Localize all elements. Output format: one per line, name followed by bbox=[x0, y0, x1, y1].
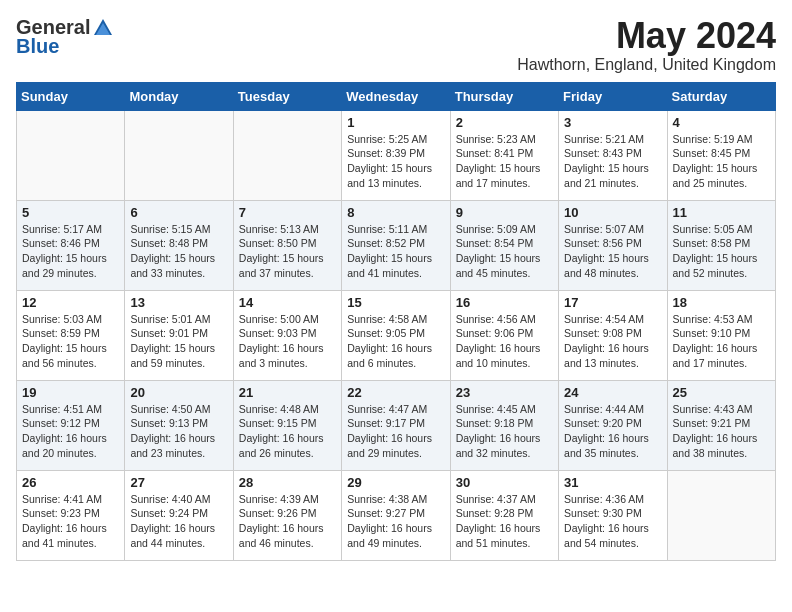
day-number: 13 bbox=[130, 295, 227, 310]
header-saturday: Saturday bbox=[667, 82, 775, 110]
calendar-cell: 15Sunrise: 4:58 AM Sunset: 9:05 PM Dayli… bbox=[342, 290, 450, 380]
calendar-cell: 12Sunrise: 5:03 AM Sunset: 8:59 PM Dayli… bbox=[17, 290, 125, 380]
day-number: 27 bbox=[130, 475, 227, 490]
day-number: 25 bbox=[673, 385, 770, 400]
day-info: Sunrise: 5:05 AM Sunset: 8:58 PM Dayligh… bbox=[673, 222, 770, 281]
calendar-cell: 18Sunrise: 4:53 AM Sunset: 9:10 PM Dayli… bbox=[667, 290, 775, 380]
calendar-cell: 27Sunrise: 4:40 AM Sunset: 9:24 PM Dayli… bbox=[125, 470, 233, 560]
logo-icon bbox=[92, 17, 114, 39]
calendar-cell: 23Sunrise: 4:45 AM Sunset: 9:18 PM Dayli… bbox=[450, 380, 558, 470]
day-number: 30 bbox=[456, 475, 553, 490]
day-number: 3 bbox=[564, 115, 661, 130]
day-number: 23 bbox=[456, 385, 553, 400]
day-number: 20 bbox=[130, 385, 227, 400]
day-info: Sunrise: 5:19 AM Sunset: 8:45 PM Dayligh… bbox=[673, 132, 770, 191]
calendar-cell: 3Sunrise: 5:21 AM Sunset: 8:43 PM Daylig… bbox=[559, 110, 667, 200]
day-info: Sunrise: 5:15 AM Sunset: 8:48 PM Dayligh… bbox=[130, 222, 227, 281]
calendar-cell: 10Sunrise: 5:07 AM Sunset: 8:56 PM Dayli… bbox=[559, 200, 667, 290]
calendar-cell: 9Sunrise: 5:09 AM Sunset: 8:54 PM Daylig… bbox=[450, 200, 558, 290]
day-info: Sunrise: 4:44 AM Sunset: 9:20 PM Dayligh… bbox=[564, 402, 661, 461]
calendar-cell: 14Sunrise: 5:00 AM Sunset: 9:03 PM Dayli… bbox=[233, 290, 341, 380]
calendar-week-row: 5Sunrise: 5:17 AM Sunset: 8:46 PM Daylig… bbox=[17, 200, 776, 290]
day-info: Sunrise: 4:43 AM Sunset: 9:21 PM Dayligh… bbox=[673, 402, 770, 461]
day-info: Sunrise: 4:54 AM Sunset: 9:08 PM Dayligh… bbox=[564, 312, 661, 371]
day-info: Sunrise: 4:40 AM Sunset: 9:24 PM Dayligh… bbox=[130, 492, 227, 551]
day-info: Sunrise: 5:23 AM Sunset: 8:41 PM Dayligh… bbox=[456, 132, 553, 191]
day-info: Sunrise: 4:45 AM Sunset: 9:18 PM Dayligh… bbox=[456, 402, 553, 461]
day-number: 21 bbox=[239, 385, 336, 400]
day-number: 4 bbox=[673, 115, 770, 130]
day-number: 19 bbox=[22, 385, 119, 400]
day-number: 17 bbox=[564, 295, 661, 310]
calendar-cell: 1Sunrise: 5:25 AM Sunset: 8:39 PM Daylig… bbox=[342, 110, 450, 200]
day-number: 31 bbox=[564, 475, 661, 490]
calendar-cell: 2Sunrise: 5:23 AM Sunset: 8:41 PM Daylig… bbox=[450, 110, 558, 200]
day-info: Sunrise: 4:37 AM Sunset: 9:28 PM Dayligh… bbox=[456, 492, 553, 551]
calendar-cell: 30Sunrise: 4:37 AM Sunset: 9:28 PM Dayli… bbox=[450, 470, 558, 560]
day-info: Sunrise: 4:51 AM Sunset: 9:12 PM Dayligh… bbox=[22, 402, 119, 461]
day-number: 18 bbox=[673, 295, 770, 310]
calendar-cell bbox=[125, 110, 233, 200]
day-number: 28 bbox=[239, 475, 336, 490]
header-sunday: Sunday bbox=[17, 82, 125, 110]
header-thursday: Thursday bbox=[450, 82, 558, 110]
calendar-cell: 16Sunrise: 4:56 AM Sunset: 9:06 PM Dayli… bbox=[450, 290, 558, 380]
day-number: 6 bbox=[130, 205, 227, 220]
day-number: 22 bbox=[347, 385, 444, 400]
logo: General Blue bbox=[16, 16, 114, 58]
calendar-cell: 22Sunrise: 4:47 AM Sunset: 9:17 PM Dayli… bbox=[342, 380, 450, 470]
calendar-cell: 6Sunrise: 5:15 AM Sunset: 8:48 PM Daylig… bbox=[125, 200, 233, 290]
day-info: Sunrise: 4:47 AM Sunset: 9:17 PM Dayligh… bbox=[347, 402, 444, 461]
header-friday: Friday bbox=[559, 82, 667, 110]
calendar-week-row: 19Sunrise: 4:51 AM Sunset: 9:12 PM Dayli… bbox=[17, 380, 776, 470]
day-info: Sunrise: 5:21 AM Sunset: 8:43 PM Dayligh… bbox=[564, 132, 661, 191]
calendar-cell bbox=[667, 470, 775, 560]
day-info: Sunrise: 4:50 AM Sunset: 9:13 PM Dayligh… bbox=[130, 402, 227, 461]
calendar-header-row: SundayMondayTuesdayWednesdayThursdayFrid… bbox=[17, 82, 776, 110]
day-number: 15 bbox=[347, 295, 444, 310]
calendar-cell: 5Sunrise: 5:17 AM Sunset: 8:46 PM Daylig… bbox=[17, 200, 125, 290]
day-info: Sunrise: 4:38 AM Sunset: 9:27 PM Dayligh… bbox=[347, 492, 444, 551]
day-info: Sunrise: 5:01 AM Sunset: 9:01 PM Dayligh… bbox=[130, 312, 227, 371]
header-monday: Monday bbox=[125, 82, 233, 110]
day-number: 5 bbox=[22, 205, 119, 220]
day-info: Sunrise: 5:03 AM Sunset: 8:59 PM Dayligh… bbox=[22, 312, 119, 371]
location: Hawthorn, England, United Kingdom bbox=[517, 56, 776, 74]
calendar-cell bbox=[233, 110, 341, 200]
calendar-cell: 28Sunrise: 4:39 AM Sunset: 9:26 PM Dayli… bbox=[233, 470, 341, 560]
day-number: 10 bbox=[564, 205, 661, 220]
header-tuesday: Tuesday bbox=[233, 82, 341, 110]
day-info: Sunrise: 5:11 AM Sunset: 8:52 PM Dayligh… bbox=[347, 222, 444, 281]
day-info: Sunrise: 4:58 AM Sunset: 9:05 PM Dayligh… bbox=[347, 312, 444, 371]
day-number: 11 bbox=[673, 205, 770, 220]
day-info: Sunrise: 4:39 AM Sunset: 9:26 PM Dayligh… bbox=[239, 492, 336, 551]
day-number: 1 bbox=[347, 115, 444, 130]
day-number: 26 bbox=[22, 475, 119, 490]
day-info: Sunrise: 4:56 AM Sunset: 9:06 PM Dayligh… bbox=[456, 312, 553, 371]
day-number: 2 bbox=[456, 115, 553, 130]
calendar-week-row: 26Sunrise: 4:41 AM Sunset: 9:23 PM Dayli… bbox=[17, 470, 776, 560]
page-header: General Blue May 2024 Hawthorn, England,… bbox=[16, 16, 776, 74]
day-info: Sunrise: 5:17 AM Sunset: 8:46 PM Dayligh… bbox=[22, 222, 119, 281]
day-info: Sunrise: 5:07 AM Sunset: 8:56 PM Dayligh… bbox=[564, 222, 661, 281]
month-title: May 2024 bbox=[517, 16, 776, 56]
day-number: 14 bbox=[239, 295, 336, 310]
title-block: May 2024 Hawthorn, England, United Kingd… bbox=[517, 16, 776, 74]
day-info: Sunrise: 4:48 AM Sunset: 9:15 PM Dayligh… bbox=[239, 402, 336, 461]
day-number: 7 bbox=[239, 205, 336, 220]
calendar-cell: 11Sunrise: 5:05 AM Sunset: 8:58 PM Dayli… bbox=[667, 200, 775, 290]
calendar-week-row: 12Sunrise: 5:03 AM Sunset: 8:59 PM Dayli… bbox=[17, 290, 776, 380]
day-info: Sunrise: 5:00 AM Sunset: 9:03 PM Dayligh… bbox=[239, 312, 336, 371]
calendar-cell: 25Sunrise: 4:43 AM Sunset: 9:21 PM Dayli… bbox=[667, 380, 775, 470]
day-info: Sunrise: 5:13 AM Sunset: 8:50 PM Dayligh… bbox=[239, 222, 336, 281]
day-number: 9 bbox=[456, 205, 553, 220]
calendar-cell: 7Sunrise: 5:13 AM Sunset: 8:50 PM Daylig… bbox=[233, 200, 341, 290]
day-number: 16 bbox=[456, 295, 553, 310]
calendar-cell: 4Sunrise: 5:19 AM Sunset: 8:45 PM Daylig… bbox=[667, 110, 775, 200]
day-info: Sunrise: 4:41 AM Sunset: 9:23 PM Dayligh… bbox=[22, 492, 119, 551]
day-info: Sunrise: 4:53 AM Sunset: 9:10 PM Dayligh… bbox=[673, 312, 770, 371]
calendar-cell: 29Sunrise: 4:38 AM Sunset: 9:27 PM Dayli… bbox=[342, 470, 450, 560]
calendar-cell: 26Sunrise: 4:41 AM Sunset: 9:23 PM Dayli… bbox=[17, 470, 125, 560]
calendar-week-row: 1Sunrise: 5:25 AM Sunset: 8:39 PM Daylig… bbox=[17, 110, 776, 200]
day-info: Sunrise: 5:09 AM Sunset: 8:54 PM Dayligh… bbox=[456, 222, 553, 281]
